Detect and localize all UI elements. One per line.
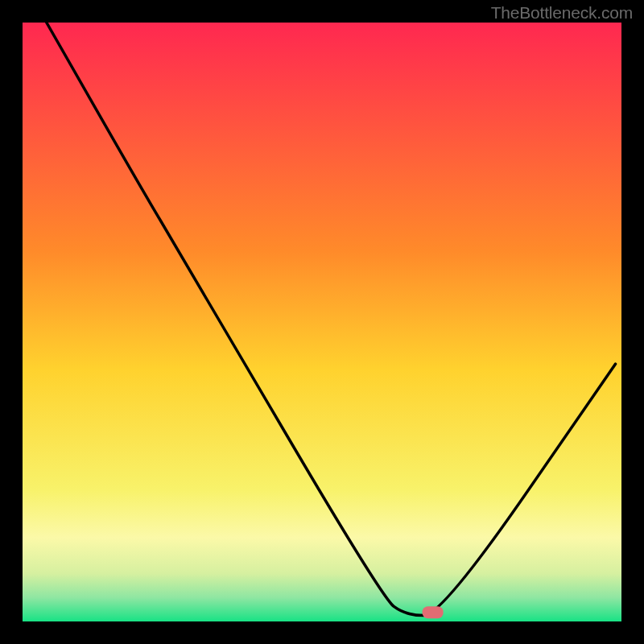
- optimum-marker: [23, 23, 621, 621]
- watermark-label: TheBottleneck.com: [491, 3, 633, 23]
- plot-frame: [23, 23, 621, 621]
- svg-rect-1: [423, 606, 444, 618]
- chart-wrapper: TheBottleneck.com: [0, 0, 644, 644]
